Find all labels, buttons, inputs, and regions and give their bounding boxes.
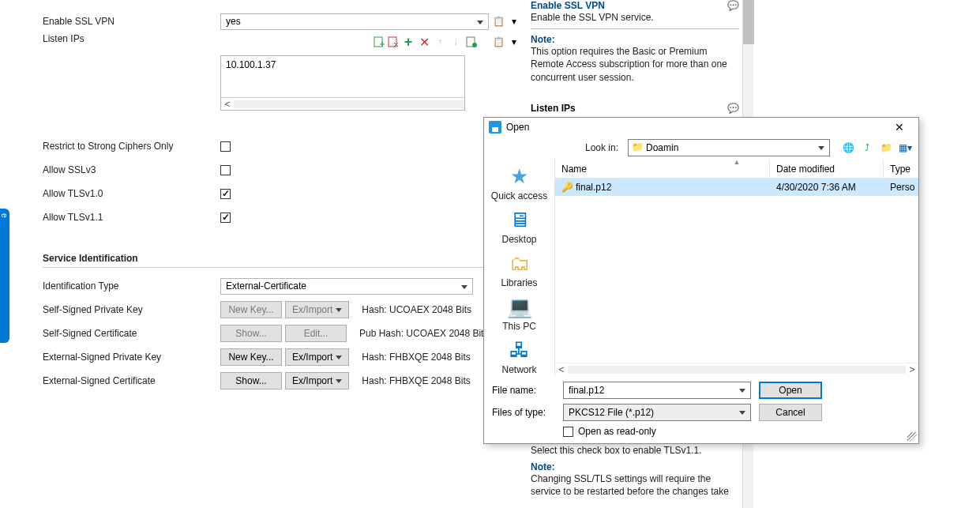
- filename-combo[interactable]: final.p12: [563, 382, 751, 399]
- place-quick-access[interactable]: ★Quick access: [488, 164, 551, 201]
- esp-hash: Hash: FHBXQE 2048 Bits: [362, 352, 470, 363]
- cert-file-icon: 🔑: [561, 182, 573, 193]
- svg-rect-0: [374, 37, 382, 47]
- help-listen-title: Listen IPs: [531, 103, 576, 114]
- lookin-combo[interactable]: Doamin: [628, 139, 830, 156]
- filetype-label: Files of type:: [492, 407, 563, 418]
- side-tab-handle[interactable]: e: [0, 209, 9, 343]
- esp-key-label: External-Signed Private Key: [43, 352, 220, 363]
- x-icon[interactable]: ✕: [418, 36, 430, 48]
- filetype-combo[interactable]: PKCS12 File (*.p12): [563, 404, 751, 421]
- help-note-label: Note:: [531, 34, 739, 45]
- enable-ssl-vpn-select[interactable]: yes: [220, 13, 489, 30]
- esc-label: External-Signed Certificate: [43, 375, 220, 386]
- ssc-label: Self-Signed Certificate: [43, 328, 220, 339]
- ssp-newkey-button: New Key...: [220, 301, 282, 318]
- app-icon: [489, 121, 501, 134]
- view-menu-icon[interactable]: ▦▾: [898, 142, 912, 153]
- ssp-key-label: Self-Signed Private Key: [43, 304, 220, 315]
- col-type[interactable]: Type: [884, 160, 918, 178]
- help-note-label2: Note:: [531, 461, 736, 472]
- allow-sslv3-checkbox[interactable]: [220, 165, 231, 175]
- help-tls11-note: Changing SSL/TLS settings will require t…: [531, 472, 736, 498]
- file-row[interactable]: 🔑final.p12 4/30/2020 7:36 AM Perso: [555, 179, 918, 196]
- ssp-eximport-button: Ex/Import: [285, 301, 349, 318]
- listbox-hscroll[interactable]: <: [221, 97, 464, 110]
- dropdown-extra-icon[interactable]: ▾: [508, 15, 520, 28]
- restrict-ciphers-checkbox[interactable]: [220, 141, 231, 152]
- allow-tls11-label: Allow TLSv1.1: [43, 212, 220, 223]
- desktop-icon: 🖥: [509, 208, 530, 232]
- down-arrow-icon: ↓: [449, 36, 462, 48]
- dialog-title: Open: [506, 122, 529, 133]
- place-thispc[interactable]: 💻This PC: [488, 295, 551, 332]
- lookin-label: Look in:: [585, 142, 618, 153]
- clipboard-icon[interactable]: 📋: [492, 15, 505, 28]
- allow-tls10-label: Allow TLSv1.0: [43, 188, 220, 199]
- col-date[interactable]: Date modified: [770, 160, 884, 178]
- readonly-checkbox[interactable]: [563, 427, 573, 437]
- back-icon[interactable]: 🌐: [841, 142, 855, 153]
- ssc-edit-button: Edit...: [285, 325, 347, 342]
- clipboard-icon[interactable]: 📋: [492, 36, 505, 48]
- open-button[interactable]: Open: [759, 382, 822, 399]
- place-network[interactable]: 🖧Network: [488, 338, 551, 375]
- allow-tls10-checkbox[interactable]: [220, 189, 231, 199]
- help-chat-icon[interactable]: 💬: [727, 0, 739, 11]
- esp-eximport-button[interactable]: Ex/Import: [285, 348, 349, 366]
- allow-tls11-checkbox[interactable]: [220, 213, 231, 223]
- esc-hash: Hash: FHBXQE 2048 Bits: [362, 375, 470, 386]
- svg-point-7: [472, 43, 477, 47]
- restrict-ciphers-label: Restrict to Strong Ciphers Only: [43, 141, 220, 152]
- listen-ips-list[interactable]: 10.100.1.37 <: [220, 55, 465, 111]
- readonly-label: Open as read-only: [578, 426, 656, 437]
- plus-icon[interactable]: +: [402, 36, 415, 48]
- listen-ips-label: Listen IPs: [43, 33, 220, 44]
- pc-icon: 💻: [507, 295, 532, 319]
- esc-show-button[interactable]: Show...: [220, 372, 282, 389]
- dropdown-extra-icon[interactable]: ▾: [508, 36, 520, 48]
- esc-eximport-button[interactable]: Ex/Import: [285, 372, 349, 389]
- new-folder-icon[interactable]: 📁: [879, 142, 893, 153]
- ssc-hash: Pub Hash: UCOAEX 2048 Bits: [359, 328, 488, 339]
- ident-type-label: Identification Type: [43, 280, 220, 292]
- help-enable-desc: Enable the SSL VPN service.: [531, 11, 739, 24]
- open-file-dialog: Open ✕ Look in: Doamin 🌐 ⤴ 📁 ▦▾ ★Quick a…: [483, 117, 919, 444]
- dialog-titlebar[interactable]: Open ✕: [484, 118, 918, 136]
- star-icon: ★: [510, 164, 528, 189]
- resize-grip[interactable]: [907, 432, 917, 442]
- filename-label: File name:: [492, 385, 563, 396]
- place-desktop[interactable]: 🖥Desktop: [488, 208, 551, 245]
- help-chat-icon[interactable]: 💬: [727, 103, 739, 114]
- enable-ssl-vpn-label: Enable SSL VPN: [43, 16, 220, 27]
- doc-add-icon[interactable]: [374, 36, 385, 48]
- doc-plus-icon[interactable]: [465, 36, 478, 48]
- file-list-header[interactable]: ▲ Name Date modified Type: [555, 160, 918, 179]
- help-tls11-desc: Select this check box to enable TLSv1.1.: [531, 444, 736, 457]
- doc-remove-icon[interactable]: [388, 36, 399, 48]
- esp-newkey-button[interactable]: New Key...: [220, 348, 282, 366]
- network-icon: 🖧: [509, 338, 530, 363]
- ident-type-select[interactable]: External-Certificate: [220, 278, 473, 295]
- ssp-hash: Hash: UCOAEX 2048 Bits: [362, 304, 471, 315]
- ssc-show-button: Show...: [220, 325, 282, 342]
- help-enable-title: Enable SSL VPN: [531, 0, 605, 11]
- place-libraries[interactable]: 🗂Libraries: [488, 251, 551, 288]
- help-enable-note: This option requires the Basic or Premiu…: [531, 45, 739, 84]
- places-bar: ★Quick access 🖥Desktop 🗂Libraries 💻This …: [484, 160, 555, 375]
- close-button[interactable]: ✕: [884, 119, 915, 136]
- allow-sslv3-label: Allow SSLv3: [43, 164, 220, 175]
- up-folder-icon[interactable]: ⤴: [860, 142, 874, 153]
- filelist-hscroll[interactable]: <>: [555, 363, 918, 375]
- cancel-button[interactable]: Cancel: [759, 404, 822, 421]
- folder-stack-icon: 🗂: [509, 251, 530, 276]
- up-arrow-icon: ↑: [434, 36, 446, 48]
